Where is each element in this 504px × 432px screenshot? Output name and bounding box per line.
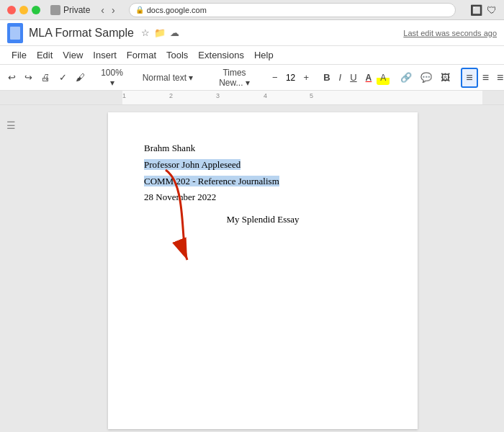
star-icon[interactable]: ☆ <box>141 27 150 38</box>
font-select[interactable]: Times New... ▾ <box>207 66 261 90</box>
ruler-gray-right <box>482 91 504 104</box>
highlight-button[interactable]: A <box>377 71 390 85</box>
titlebar: Private ‹ › 🔒 docs.google.com 🔲 🛡 <box>0 0 504 20</box>
comment-button[interactable]: 💬 <box>417 70 436 85</box>
forward-button[interactable]: › <box>109 4 117 16</box>
doc-line-2: Professor John Appleseed <box>144 158 382 173</box>
doc-line-3: COMM 202 - Reference Journalism <box>144 174 382 189</box>
menu-view[interactable]: View <box>58 48 87 62</box>
address-bar[interactable]: 🔒 docs.google.com <box>129 3 456 17</box>
shield-icon[interactable]: 🛡 <box>487 4 497 16</box>
traffic-lights <box>7 6 40 14</box>
underline-button[interactable]: U <box>346 70 360 85</box>
browser-toolbar-icons: 🔲 🛡 <box>470 4 497 16</box>
close-button[interactable] <box>7 6 16 14</box>
ruler-tick-5: 5 <box>310 92 313 99</box>
redo-button[interactable]: ↪ <box>21 70 36 85</box>
tab-navigation: ‹ › <box>99 4 117 16</box>
last-edit-text: Last edit was seconds ago <box>403 29 497 37</box>
doc-center-line: My Splendid Essay <box>144 212 382 228</box>
doc-title[interactable]: MLA Format Sample <box>29 27 134 40</box>
tab-area: Private <box>50 5 90 15</box>
align-center-button[interactable]: ≡ <box>479 69 492 86</box>
style-select[interactable]: Normal text ▾ <box>135 71 200 85</box>
font-size-value: 12 <box>283 73 299 83</box>
doc-icon <box>7 23 23 43</box>
align-group: ≡ ≡ ≡ ≡ <box>461 68 504 88</box>
menu-file[interactable]: File <box>7 48 31 62</box>
align-left-button[interactable]: ≡ <box>461 68 477 88</box>
menu-tools[interactable]: Tools <box>162 48 192 62</box>
spellcheck-button[interactable]: ✓ <box>55 70 71 85</box>
italic-button[interactable]: I <box>336 70 346 85</box>
text-color-button[interactable]: A <box>362 71 376 85</box>
link-button[interactable]: 🔗 <box>397 70 415 85</box>
ruler: 1 2 3 4 5 <box>0 91 504 105</box>
url-text: docs.google.com <box>147 6 207 14</box>
maximize-button[interactable] <box>32 6 40 14</box>
ruler-white: 1 2 3 4 5 <box>122 91 482 104</box>
doc-line-4-text: 28 November 2022 <box>144 192 216 202</box>
menu-help[interactable]: Help <box>250 48 278 62</box>
doc-line-1: Brahm Shank <box>144 141 382 156</box>
ruler-inner: 1 2 3 4 5 <box>0 91 504 104</box>
ruler-tick-2: 2 <box>169 92 173 99</box>
doc-line-4: 28 November 2022 <box>144 190 382 205</box>
undo-button[interactable]: ↩ <box>4 70 19 85</box>
menubar: File Edit View Insert Format Tools Exten… <box>0 46 504 65</box>
doc-sidebar: ☰ <box>0 105 22 432</box>
page: Brahm Shank Professor John Appleseed COM… <box>108 112 418 429</box>
doc-area: ☰ Brahm Shank Professor John Appleseed <box>0 105 504 432</box>
paint-format-button[interactable]: 🖌 <box>72 70 89 85</box>
outline-icon[interactable]: ☰ <box>6 120 16 131</box>
minimize-button[interactable] <box>19 6 28 14</box>
ruler-tick-3: 3 <box>216 92 220 99</box>
menu-insert[interactable]: Insert <box>89 48 121 62</box>
extension-icon[interactable]: 🔲 <box>470 4 482 16</box>
bold-button[interactable]: B <box>320 70 333 85</box>
back-button[interactable]: ‹ <box>99 4 107 16</box>
ruler-gray-left <box>0 91 122 104</box>
font-size-increase[interactable]: + <box>300 70 313 85</box>
doc-icon-inner <box>10 27 20 40</box>
zoom-select[interactable]: 100% ▾ <box>96 66 128 89</box>
ruler-tick-1: 1 <box>122 92 126 99</box>
cloud-icon[interactable]: ☁ <box>170 27 179 38</box>
menu-format[interactable]: Format <box>122 48 161 62</box>
doc-line-1-text: Brahm Shank <box>144 143 195 153</box>
menu-extensions[interactable]: Extensions <box>194 48 248 62</box>
print-button[interactable]: 🖨 <box>37 70 54 85</box>
doc-content: Brahm Shank Professor John Appleseed COM… <box>144 141 382 228</box>
doc-title-icons: ☆ 📁 ☁ <box>141 27 179 38</box>
font-size-decrease[interactable]: − <box>269 70 282 85</box>
doc-line-3-text: COMM 202 - Reference Journalism <box>144 176 279 186</box>
doc-header: MLA Format Sample ☆ 📁 ☁ Last edit was se… <box>0 20 504 46</box>
tab-label[interactable]: Private <box>63 5 90 15</box>
doc-line-2-text: Professor John Appleseed <box>144 159 240 170</box>
move-icon[interactable]: 📁 <box>154 27 166 38</box>
formattingbar: ↩ ↪ 🖨 ✓ 🖌 100% ▾ Normal text ▾ Times New… <box>0 65 504 91</box>
align-right-button[interactable]: ≡ <box>493 69 504 86</box>
lock-icon: 🔒 <box>135 6 144 14</box>
tab-favicon <box>50 5 60 15</box>
menu-edit[interactable]: Edit <box>32 48 57 62</box>
doc-scroll[interactable]: Brahm Shank Professor John Appleseed COM… <box>22 105 504 432</box>
ruler-tick-4: 4 <box>264 92 267 99</box>
image-button[interactable]: 🖼 <box>437 70 454 85</box>
